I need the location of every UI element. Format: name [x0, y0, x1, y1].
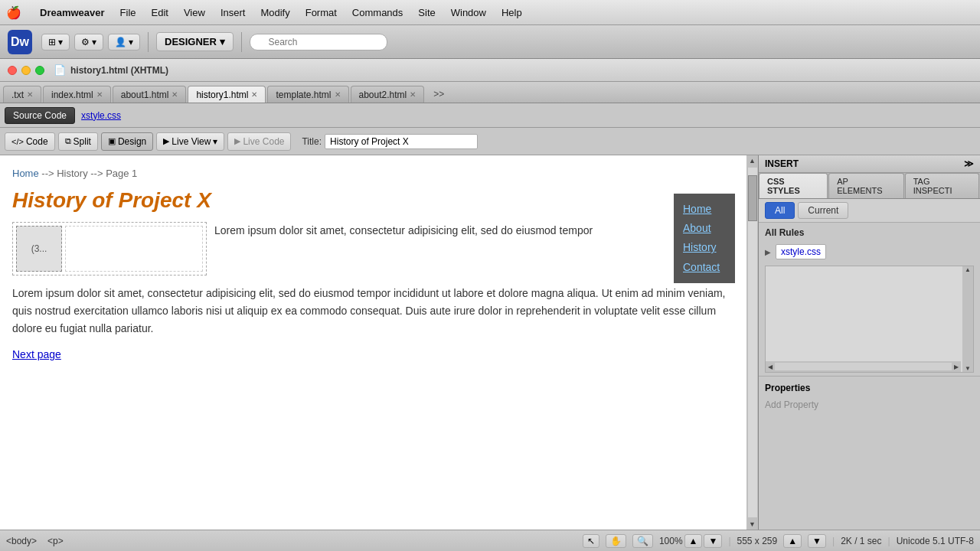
search-input[interactable]	[250, 34, 387, 51]
close-button[interactable]	[8, 66, 17, 75]
css-styles-tab[interactable]: CSS STYLES	[759, 173, 828, 198]
all-tab[interactable]: All	[765, 202, 795, 219]
tab-overflow-button[interactable]: >>	[427, 86, 450, 103]
h-scroll-right[interactable]: ▶	[952, 362, 961, 372]
tab-about1-close[interactable]: ✕	[172, 90, 178, 99]
panel-scroll-down[interactable]: ▼	[965, 365, 971, 372]
main-area: Home --> History --> Page 1 History of P…	[0, 155, 980, 530]
tag-inspector-tab[interactable]: TAG INSPECTI	[905, 173, 979, 198]
apple-menu[interactable]: 🍎	[6, 5, 21, 20]
user-button[interactable]: 👤 ▾	[108, 34, 140, 51]
design-view-button[interactable]: ▣ Design	[101, 132, 153, 151]
gear-arrow: ▾	[92, 37, 96, 47]
layout-arrow: ▾	[58, 37, 63, 47]
next-page-link[interactable]: Next page	[12, 348, 61, 360]
h-scroll-track[interactable]	[775, 363, 952, 370]
source-code-button[interactable]: Source Code	[5, 107, 75, 124]
panel-expand-icon[interactable]: ≫	[964, 158, 974, 169]
menu-format[interactable]: Format	[298, 4, 345, 21]
menu-edit[interactable]: Edit	[144, 4, 176, 21]
menu-site[interactable]: Site	[410, 4, 443, 21]
scroll-track[interactable]	[748, 168, 757, 517]
pointer-tool[interactable]: ↖	[583, 534, 599, 548]
designer-button[interactable]: DESIGNER ▾	[156, 32, 234, 51]
current-tab[interactable]: Current	[798, 202, 848, 219]
live-code-label: Live Code	[243, 136, 284, 147]
layout-button[interactable]: ⊞ ▾	[41, 34, 70, 51]
tab-history1-label: history1.html	[196, 90, 248, 100]
status-p-tag[interactable]: <p>	[47, 536, 64, 546]
menu-window[interactable]: Window	[443, 4, 494, 21]
panel-scroll-up[interactable]: ▲	[965, 266, 971, 273]
gear-button[interactable]: ⚙ ▾	[74, 34, 103, 51]
panel-right-scrollbar[interactable]: ▲ ▼	[962, 266, 973, 372]
breadcrumb-page: Page 1	[106, 168, 137, 179]
window-title: history1.html (XHTML)	[70, 65, 168, 76]
window-file-icon: 📄	[54, 64, 66, 76]
live-view-button[interactable]: ▶ Live View ▾	[156, 132, 224, 151]
main-toolbar: Dw ⊞ ▾ ⚙ ▾ 👤 ▾ DESIGNER ▾ 🔍	[0, 25, 980, 59]
breadcrumb-home[interactable]: Home	[12, 168, 39, 179]
dw-logo: Dw	[8, 30, 32, 54]
rule-expand-arrow[interactable]: ▶	[765, 248, 771, 256]
tab-template[interactable]: template.html ✕	[267, 86, 348, 103]
minimize-button[interactable]	[21, 66, 31, 75]
tab-history1-close[interactable]: ✕	[251, 90, 257, 99]
breadcrumb-history[interactable]: History	[57, 168, 87, 179]
menu-file[interactable]: File	[113, 4, 144, 21]
add-property[interactable]: Add Property	[765, 396, 974, 413]
ap-elements-tab[interactable]: AP ELEMENTS	[828, 173, 904, 198]
tab-txt-close[interactable]: ✕	[27, 90, 33, 99]
menu-help[interactable]: Help	[494, 4, 530, 21]
breadcrumb: Home --> History --> Page 1	[12, 168, 746, 179]
dimensions-down[interactable]: ▼	[808, 534, 826, 548]
secondary-toolbar: Source Code xstyle.css	[0, 103, 980, 128]
tab-template-close[interactable]: ✕	[335, 90, 341, 99]
layout-icon: ⊞	[48, 37, 56, 47]
nav-home[interactable]: Home	[683, 200, 726, 219]
tab-template-label: template.html	[276, 90, 331, 100]
rule-name[interactable]: xstyle.css	[776, 244, 826, 259]
tab-about1[interactable]: about1.html ✕	[113, 86, 187, 103]
menu-view[interactable]: View	[176, 4, 213, 21]
css-file-link[interactable]: xstyle.css	[81, 110, 121, 121]
menu-insert[interactable]: Insert	[213, 4, 253, 21]
dimensions-up[interactable]: ▲	[783, 534, 802, 548]
live-code-button[interactable]: ▶ Live Code	[227, 132, 291, 151]
scroll-up-arrow[interactable]: ▲	[747, 155, 757, 166]
tab-txt[interactable]: .txt ✕	[3, 86, 41, 103]
nav-contact[interactable]: Contact	[683, 258, 726, 277]
vertical-scrollbar[interactable]: ▲ ▼	[746, 155, 758, 530]
status-dimensions: 555 x 259	[737, 536, 778, 546]
zoom-tool[interactable]: 🔍	[632, 534, 653, 548]
h-scroll-left[interactable]: ◀	[766, 362, 775, 372]
menu-modify[interactable]: Modify	[253, 4, 297, 21]
nav-about[interactable]: About	[683, 219, 726, 238]
status-body-tag[interactable]: <body>	[6, 536, 37, 546]
tab-about2-close[interactable]: ✕	[410, 90, 416, 99]
maximize-button[interactable]	[35, 66, 44, 75]
menu-dreamweaver[interactable]: Dreamweaver	[32, 4, 113, 21]
code-label: Code	[26, 136, 48, 147]
hand-tool[interactable]: ✋	[606, 534, 626, 548]
menu-commands[interactable]: Commands	[345, 4, 410, 21]
nav-history[interactable]: History	[683, 238, 726, 257]
scroll-down-arrow[interactable]: ▼	[747, 519, 757, 530]
tab-index[interactable]: index.html ✕	[43, 86, 111, 103]
zoom-down[interactable]: ▼	[704, 534, 722, 548]
zoom-value: 100%	[659, 536, 683, 546]
tab-history1[interactable]: history1.html ✕	[188, 86, 266, 103]
title-input[interactable]	[325, 134, 478, 149]
scroll-thumb[interactable]	[748, 175, 757, 221]
code-icon: </>	[11, 137, 24, 146]
content-area: Home --> History --> Page 1 History of P…	[0, 155, 758, 530]
tab-about2[interactable]: about2.html ✕	[351, 86, 425, 103]
status-size: 2K / 1 sec	[841, 536, 881, 546]
code-view-button[interactable]: </> Code	[5, 132, 55, 151]
tab-index-close[interactable]: ✕	[96, 90, 103, 99]
toolbar-divider	[148, 32, 149, 52]
image-placeholder: (3...	[16, 226, 62, 272]
panel-h-scrollbar[interactable]: ◀ ▶	[766, 361, 961, 372]
split-view-button[interactable]: ⧉ Split	[58, 132, 98, 151]
zoom-up[interactable]: ▲	[684, 534, 703, 548]
